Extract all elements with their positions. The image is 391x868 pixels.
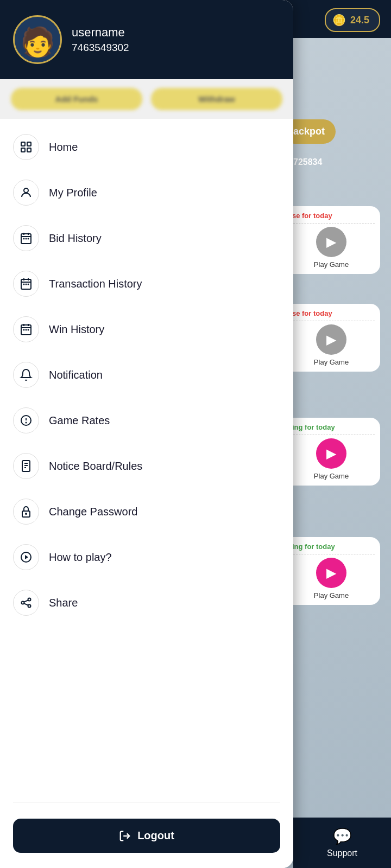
menu-item-game-rates[interactable]: Game Rates <box>0 398 293 443</box>
svg-rect-3 <box>27 148 31 152</box>
play-label-3: Play Game <box>293 472 375 480</box>
menu-item-transaction-history[interactable]: Transaction History <box>0 261 293 307</box>
menu-item-my-profile[interactable]: My Profile <box>0 170 293 215</box>
transaction-history-icon <box>13 271 39 297</box>
wallet-amount: 24.5 <box>350 15 369 26</box>
svg-point-40 <box>28 605 31 608</box>
play-btn-2[interactable]: ▶ <box>316 324 346 355</box>
game-status-3: ning for today <box>293 423 375 431</box>
logout-area: Logout <box>0 808 293 868</box>
change-password-label: Change Password <box>49 506 137 518</box>
avatar-emoji: 🧑 <box>20 28 55 56</box>
change-password-icon <box>13 499 39 525</box>
notification-icon <box>13 362 39 388</box>
notice-board-label: Notice Board/Rules <box>49 460 142 473</box>
user-info: username 7463549302 <box>72 25 129 54</box>
win-history-icon <box>13 316 39 342</box>
menu-list: Home My Profile Bid History <box>0 119 293 796</box>
share-icon <box>13 590 39 616</box>
avatar-container: 🧑 <box>13 15 62 64</box>
logout-label: Logout <box>137 829 174 842</box>
username-label: username <box>72 25 129 40</box>
bid-history-label: Bid History <box>49 232 102 245</box>
menu-item-how-to-play[interactable]: How to play? <box>0 534 293 580</box>
game-card-1: ose for today ▶ Play Game <box>293 206 380 274</box>
game-status-1: ose for today <box>293 212 375 220</box>
game-status-4: ning for today <box>293 542 375 551</box>
svg-point-39 <box>28 598 31 601</box>
play-btn-4[interactable]: ▶ <box>316 558 346 588</box>
game-card-4: ning for today ▶ Play Game <box>293 537 380 605</box>
wallet-badge[interactable]: 🪙 24.5 <box>325 8 380 32</box>
game-number: 725834 <box>293 157 322 167</box>
support-icon: 💬 <box>333 827 352 845</box>
logout-button[interactable]: Logout <box>13 819 280 853</box>
logout-icon <box>119 830 131 842</box>
play-label-2: Play Game <box>293 358 375 366</box>
add-funds-button[interactable]: Add Funds <box>11 88 142 110</box>
svg-point-38 <box>22 602 24 604</box>
right-content-area: ackpot 725834 ose for today ▶ Play Game … <box>293 38 391 868</box>
play-btn-3[interactable]: ▶ <box>316 438 346 469</box>
support-label: Support <box>327 848 357 858</box>
menu-item-bid-history[interactable]: Bid History <box>0 215 293 261</box>
svg-rect-2 <box>21 148 25 152</box>
notification-label: Notification <box>49 369 103 381</box>
svg-rect-1 <box>27 142 31 146</box>
bid-history-icon <box>13 225 39 251</box>
play-btn-1[interactable]: ▶ <box>316 227 346 257</box>
jackpot-button[interactable]: ackpot <box>293 119 336 144</box>
game-card-2: ose for today ▶ Play Game <box>293 304 380 372</box>
menu-item-share[interactable]: Share <box>0 580 293 626</box>
game-card-3: ning for today ▶ Play Game <box>293 418 380 486</box>
home-label: Home <box>49 141 78 154</box>
home-icon <box>13 134 39 160</box>
game-rates-label: Game Rates <box>49 414 110 427</box>
how-to-play-label: How to play? <box>49 551 112 564</box>
svg-line-41 <box>24 600 28 602</box>
menu-item-home[interactable]: Home <box>0 124 293 170</box>
share-label: Share <box>49 597 78 609</box>
transaction-history-label: Transaction History <box>49 278 142 290</box>
how-to-play-icon <box>13 544 39 570</box>
play-label-1: Play Game <box>293 260 375 269</box>
svg-rect-0 <box>21 142 25 146</box>
svg-point-4 <box>24 188 28 193</box>
game-rates-icon <box>13 407 39 433</box>
menu-item-notice-board[interactable]: Notice Board/Rules <box>0 443 293 489</box>
svg-line-42 <box>24 603 28 605</box>
svg-marker-37 <box>25 555 28 559</box>
win-history-label: Win History <box>49 323 104 336</box>
my-profile-label: My Profile <box>49 187 97 199</box>
play-label-4: Play Game <box>293 591 375 599</box>
withdraw-button[interactable]: Withdraw <box>151 88 282 110</box>
wallet-icon: 🪙 <box>332 14 346 27</box>
action-buttons-row: Add Funds Withdraw <box>0 79 293 119</box>
drawer-header: 🧑 username 7463549302 <box>0 0 293 79</box>
drawer-divider <box>13 802 280 802</box>
user-phone: 7463549302 <box>72 42 129 54</box>
support-button[interactable]: 💬 Support <box>293 818 391 868</box>
game-status-2: ose for today <box>293 309 375 317</box>
menu-item-change-password[interactable]: Change Password <box>0 489 293 534</box>
menu-item-notification[interactable]: Notification <box>0 352 293 398</box>
drawer: 🧑 username 7463549302 Add Funds Withdraw… <box>0 0 293 868</box>
menu-item-win-history[interactable]: Win History <box>0 307 293 352</box>
avatar: 🧑 <box>13 15 62 64</box>
svg-point-35 <box>26 513 27 514</box>
notice-board-icon <box>13 453 39 479</box>
profile-icon <box>13 180 39 206</box>
